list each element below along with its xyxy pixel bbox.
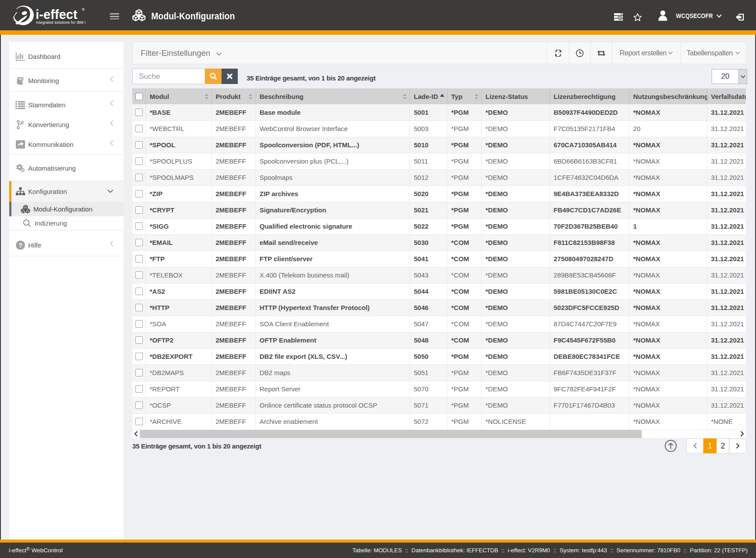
- svg-text:i-effect: i-effect: [36, 7, 77, 22]
- svg-text:?: ?: [18, 241, 22, 249]
- svg-text:integrated solutions for IBM i: integrated solutions for IBM i: [36, 20, 86, 25]
- svg-text:®: ®: [82, 7, 85, 12]
